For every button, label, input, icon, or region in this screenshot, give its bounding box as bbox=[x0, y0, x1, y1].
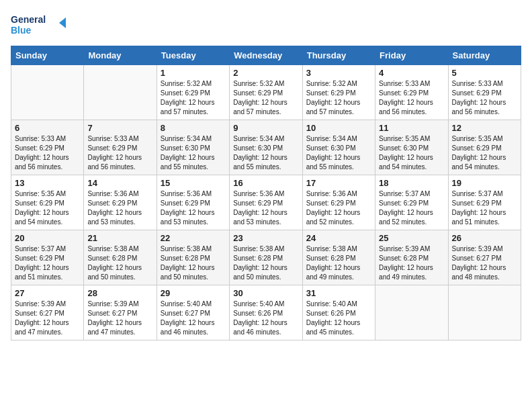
day-number: 27 bbox=[15, 288, 80, 298]
day-number: 25 bbox=[379, 233, 444, 243]
calendar-cell: 19Sunrise: 5:37 AMSunset: 6:29 PMDayligh… bbox=[448, 175, 521, 230]
calendar-cell: 13Sunrise: 5:35 AMSunset: 6:29 PMDayligh… bbox=[11, 175, 84, 230]
day-info: Sunrise: 5:39 AMSunset: 6:27 PMDaylight:… bbox=[87, 300, 152, 337]
day-number: 6 bbox=[15, 123, 80, 133]
day-number: 2 bbox=[233, 68, 298, 78]
day-info: Sunrise: 5:39 AMSunset: 6:27 PMDaylight:… bbox=[452, 244, 517, 282]
calendar-cell: 1Sunrise: 5:32 AMSunset: 6:29 PMDaylight… bbox=[157, 65, 229, 120]
day-number: 9 bbox=[233, 123, 298, 133]
calendar-week-row: 6Sunrise: 5:33 AMSunset: 6:29 PMDaylight… bbox=[11, 120, 521, 175]
day-info: Sunrise: 5:40 AMSunset: 6:26 PMDaylight:… bbox=[233, 300, 298, 337]
calendar-cell: 14Sunrise: 5:36 AMSunset: 6:29 PMDayligh… bbox=[84, 175, 157, 230]
weekday-header-monday: Monday bbox=[84, 46, 157, 65]
day-info: Sunrise: 5:32 AMSunset: 6:29 PMDaylight:… bbox=[161, 79, 226, 117]
calendar-cell: 12Sunrise: 5:35 AMSunset: 6:29 PMDayligh… bbox=[448, 120, 521, 175]
calendar-cell: 26Sunrise: 5:39 AMSunset: 6:27 PMDayligh… bbox=[448, 230, 521, 285]
calendar-cell: 23Sunrise: 5:38 AMSunset: 6:28 PMDayligh… bbox=[230, 230, 302, 285]
day-number: 1 bbox=[161, 68, 226, 78]
calendar-cell: 6Sunrise: 5:33 AMSunset: 6:29 PMDaylight… bbox=[11, 120, 84, 175]
calendar-cell: 11Sunrise: 5:35 AMSunset: 6:30 PMDayligh… bbox=[375, 120, 448, 175]
calendar-cell: 18Sunrise: 5:37 AMSunset: 6:29 PMDayligh… bbox=[375, 175, 448, 230]
day-number: 21 bbox=[87, 233, 152, 243]
calendar-cell bbox=[11, 65, 84, 120]
day-info: Sunrise: 5:35 AMSunset: 6:29 PMDaylight:… bbox=[452, 134, 517, 172]
calendar-week-row: 20Sunrise: 5:37 AMSunset: 6:29 PMDayligh… bbox=[11, 230, 521, 285]
day-info: Sunrise: 5:39 AMSunset: 6:27 PMDaylight:… bbox=[15, 300, 80, 337]
day-number: 19 bbox=[452, 178, 517, 188]
calendar-cell: 29Sunrise: 5:40 AMSunset: 6:27 PMDayligh… bbox=[157, 285, 229, 340]
day-number: 23 bbox=[233, 233, 298, 243]
page-header: General Blue bbox=[11, 11, 521, 39]
day-number: 31 bbox=[306, 288, 371, 298]
weekday-header-wednesday: Wednesday bbox=[230, 46, 302, 65]
weekday-header-row: SundayMondayTuesdayWednesdayThursdayFrid… bbox=[11, 46, 521, 65]
day-info: Sunrise: 5:36 AMSunset: 6:29 PMDaylight:… bbox=[87, 189, 152, 227]
day-number: 30 bbox=[233, 288, 298, 298]
day-info: Sunrise: 5:33 AMSunset: 6:29 PMDaylight:… bbox=[452, 79, 517, 117]
calendar-cell: 9Sunrise: 5:34 AMSunset: 6:30 PMDaylight… bbox=[230, 120, 302, 175]
calendar-cell: 7Sunrise: 5:33 AMSunset: 6:29 PMDaylight… bbox=[84, 120, 157, 175]
day-number: 5 bbox=[452, 68, 517, 78]
day-info: Sunrise: 5:40 AMSunset: 6:26 PMDaylight:… bbox=[306, 300, 371, 337]
svg-text:Blue: Blue bbox=[11, 25, 32, 36]
calendar-cell: 28Sunrise: 5:39 AMSunset: 6:27 PMDayligh… bbox=[84, 285, 157, 340]
calendar-cell: 10Sunrise: 5:34 AMSunset: 6:30 PMDayligh… bbox=[302, 120, 375, 175]
calendar-week-row: 27Sunrise: 5:39 AMSunset: 6:27 PMDayligh… bbox=[11, 285, 521, 340]
weekday-header-tuesday: Tuesday bbox=[157, 46, 229, 65]
svg-text:General: General bbox=[11, 14, 46, 25]
day-info: Sunrise: 5:34 AMSunset: 6:30 PMDaylight:… bbox=[233, 134, 298, 172]
calendar-cell bbox=[448, 285, 521, 340]
day-number: 7 bbox=[87, 123, 152, 133]
calendar-cell: 22Sunrise: 5:38 AMSunset: 6:28 PMDayligh… bbox=[157, 230, 229, 285]
day-number: 22 bbox=[161, 233, 226, 243]
day-info: Sunrise: 5:38 AMSunset: 6:28 PMDaylight:… bbox=[306, 244, 371, 282]
day-info: Sunrise: 5:36 AMSunset: 6:29 PMDaylight:… bbox=[306, 189, 371, 227]
calendar-cell: 17Sunrise: 5:36 AMSunset: 6:29 PMDayligh… bbox=[302, 175, 375, 230]
day-number: 29 bbox=[161, 288, 226, 298]
day-number: 26 bbox=[452, 233, 517, 243]
day-info: Sunrise: 5:37 AMSunset: 6:29 PMDaylight:… bbox=[379, 189, 444, 227]
day-info: Sunrise: 5:35 AMSunset: 6:30 PMDaylight:… bbox=[379, 134, 444, 172]
calendar-week-row: 1Sunrise: 5:32 AMSunset: 6:29 PMDaylight… bbox=[11, 65, 521, 120]
calendar-cell: 2Sunrise: 5:32 AMSunset: 6:29 PMDaylight… bbox=[230, 65, 302, 120]
svg-marker-2 bbox=[59, 17, 66, 28]
day-number: 4 bbox=[379, 68, 444, 78]
calendar-cell: 31Sunrise: 5:40 AMSunset: 6:26 PMDayligh… bbox=[302, 285, 375, 340]
day-info: Sunrise: 5:32 AMSunset: 6:29 PMDaylight:… bbox=[233, 79, 298, 117]
day-info: Sunrise: 5:32 AMSunset: 6:29 PMDaylight:… bbox=[306, 79, 371, 117]
calendar-cell: 16Sunrise: 5:36 AMSunset: 6:29 PMDayligh… bbox=[230, 175, 302, 230]
day-info: Sunrise: 5:33 AMSunset: 6:29 PMDaylight:… bbox=[87, 134, 152, 172]
calendar-cell: 20Sunrise: 5:37 AMSunset: 6:29 PMDayligh… bbox=[11, 230, 84, 285]
weekday-header-thursday: Thursday bbox=[302, 46, 375, 65]
calendar-cell: 21Sunrise: 5:38 AMSunset: 6:28 PMDayligh… bbox=[84, 230, 157, 285]
day-number: 16 bbox=[233, 178, 298, 188]
logo-icon: General Blue bbox=[11, 11, 71, 39]
day-info: Sunrise: 5:36 AMSunset: 6:29 PMDaylight:… bbox=[161, 189, 226, 227]
weekday-header-sunday: Sunday bbox=[11, 46, 84, 65]
day-info: Sunrise: 5:37 AMSunset: 6:29 PMDaylight:… bbox=[15, 244, 80, 282]
day-number: 12 bbox=[452, 123, 517, 133]
day-number: 14 bbox=[87, 178, 152, 188]
day-number: 18 bbox=[379, 178, 444, 188]
day-info: Sunrise: 5:40 AMSunset: 6:27 PMDaylight:… bbox=[161, 300, 226, 337]
day-number: 8 bbox=[161, 123, 226, 133]
calendar-table: SundayMondayTuesdayWednesdayThursdayFrid… bbox=[11, 46, 521, 340]
calendar-cell bbox=[84, 65, 157, 120]
day-info: Sunrise: 5:38 AMSunset: 6:28 PMDaylight:… bbox=[87, 244, 152, 282]
weekday-header-saturday: Saturday bbox=[448, 46, 521, 65]
day-info: Sunrise: 5:33 AMSunset: 6:29 PMDaylight:… bbox=[379, 79, 444, 117]
calendar-cell: 25Sunrise: 5:39 AMSunset: 6:28 PMDayligh… bbox=[375, 230, 448, 285]
day-info: Sunrise: 5:35 AMSunset: 6:29 PMDaylight:… bbox=[15, 189, 80, 227]
calendar-cell: 15Sunrise: 5:36 AMSunset: 6:29 PMDayligh… bbox=[157, 175, 229, 230]
calendar-cell: 30Sunrise: 5:40 AMSunset: 6:26 PMDayligh… bbox=[230, 285, 302, 340]
day-number: 20 bbox=[15, 233, 80, 243]
day-info: Sunrise: 5:33 AMSunset: 6:29 PMDaylight:… bbox=[15, 134, 80, 172]
day-info: Sunrise: 5:36 AMSunset: 6:29 PMDaylight:… bbox=[233, 189, 298, 227]
day-info: Sunrise: 5:34 AMSunset: 6:30 PMDaylight:… bbox=[306, 134, 371, 172]
day-number: 28 bbox=[87, 288, 152, 298]
logo: General Blue bbox=[11, 11, 71, 39]
day-number: 11 bbox=[379, 123, 444, 133]
day-info: Sunrise: 5:37 AMSunset: 6:29 PMDaylight:… bbox=[452, 189, 517, 227]
day-number: 13 bbox=[15, 178, 80, 188]
calendar-cell bbox=[375, 285, 448, 340]
